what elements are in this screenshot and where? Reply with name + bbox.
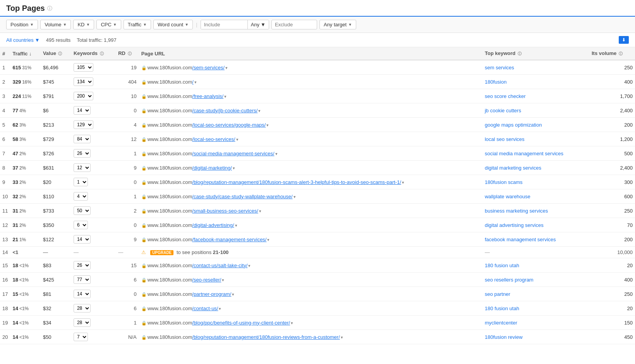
url-path-link[interactable]: /free-analysis/: [192, 93, 223, 99]
kw-select[interactable]: 84: [74, 135, 91, 143]
url-path-link[interactable]: /digital-advertising/: [192, 222, 234, 228]
kw-select[interactable]: 134: [74, 77, 93, 86]
url-caret-icon[interactable]: ▾: [275, 151, 278, 156]
url-path-link[interactable]: /case-study/case-study-wallplate-warehou…: [192, 194, 292, 199]
url-caret-icon[interactable]: ▾: [259, 209, 261, 213]
url-path-link[interactable]: /case-study/jb-cookie-cutters/: [192, 108, 257, 113]
row-keyword[interactable]: myclientcenter: [482, 316, 589, 330]
traffic-filter-btn[interactable]: Traffic ▼: [124, 20, 151, 29]
url-caret-icon[interactable]: ▾: [236, 137, 239, 142]
row-keyword[interactable]: business marketing services: [482, 204, 589, 218]
url-caret-icon[interactable]: ▾: [293, 194, 296, 199]
export-btn[interactable]: ⬇: [619, 36, 629, 44]
url-base: www.180fusion.com: [148, 179, 192, 185]
row-volume: 2,400: [589, 103, 635, 118]
col-traffic[interactable]: Traffic ↓: [10, 47, 40, 60]
url-caret-icon[interactable]: ▾: [219, 306, 221, 311]
row-keyword[interactable]: seo resellers program: [482, 273, 589, 287]
row-keyword[interactable]: jb cookie cutters: [482, 103, 589, 118]
row-keyword[interactable]: sem services: [482, 60, 589, 75]
position-filter-btn[interactable]: Position ▼: [6, 20, 38, 29]
url-path-link[interactable]: /blog/ppc/benefits-of-using-my-client-ce…: [192, 320, 290, 326]
kw-select[interactable]: 26: [74, 149, 91, 158]
any-target-btn[interactable]: Any target ▼: [319, 20, 356, 29]
url-caret-icon[interactable]: ▾: [232, 292, 234, 297]
row-keyword[interactable]: digital marketing services: [482, 161, 589, 175]
word-count-filter-btn[interactable]: Word count ▼: [153, 20, 193, 29]
upgrade-badge[interactable]: UPGRADE: [150, 250, 173, 255]
url-caret-icon[interactable]: ▾: [341, 335, 343, 340]
url-caret-icon[interactable]: ▾: [233, 166, 235, 170]
row-keyword[interactable]: 180 fusion utah: [482, 301, 589, 316]
url-caret-icon[interactable]: ▾: [267, 237, 269, 242]
row-keyword[interactable]: 180fusion review: [482, 330, 589, 344]
url-caret-icon[interactable]: ▾: [224, 94, 227, 99]
kw-select[interactable]: 14: [74, 235, 91, 244]
url-caret-icon[interactable]: ▾: [222, 278, 224, 282]
url-path-link[interactable]: /facebook-management-services/: [192, 237, 266, 242]
url-caret-icon[interactable]: ▾: [291, 321, 293, 325]
include-input[interactable]: [201, 20, 247, 29]
kw-select[interactable]: 14: [74, 290, 91, 298]
row-keyword[interactable]: wallplate warehouse: [482, 189, 589, 204]
any-dropdown-btn[interactable]: Any ▼: [247, 20, 269, 29]
col-num[interactable]: #: [0, 47, 10, 60]
row-keyword[interactable]: 180fusion scams: [482, 175, 589, 189]
url-path-link[interactable]: /partner-program/: [192, 291, 231, 297]
row-value: $50: [41, 330, 71, 344]
exclude-input[interactable]: [275, 22, 314, 27]
kw-select[interactable]: 7: [74, 333, 88, 341]
url-path-link[interactable]: /contact-us/salt-lake-city/: [192, 263, 247, 268]
col-value[interactable]: Value ⓘ: [41, 47, 71, 60]
url-path-link[interactable]: /contact-us/: [192, 306, 218, 311]
row-keyword[interactable]: facebook management services: [482, 232, 589, 247]
url-caret-icon[interactable]: ▾: [402, 180, 404, 185]
cpc-filter-btn[interactable]: CPC ▼: [96, 20, 121, 29]
kw-select[interactable]: 105: [74, 63, 93, 72]
info-icon[interactable]: ⓘ: [47, 5, 52, 12]
url-path-link[interactable]: /blog/reputation-management/180fusion-sc…: [192, 179, 401, 185]
kw-select[interactable]: 14: [74, 106, 91, 115]
url-path-link[interactable]: /local-seo-services/google-maps/: [192, 122, 266, 128]
url-caret-icon[interactable]: ▾: [194, 80, 197, 84]
kw-select[interactable]: 26: [74, 261, 91, 270]
row-keyword[interactable]: 180fusion: [482, 75, 589, 89]
volume-filter-btn[interactable]: Volume ▼: [40, 20, 71, 29]
row-keyword[interactable]: seo score checker: [482, 89, 589, 103]
col-keywords[interactable]: Keywords ⓘ: [71, 47, 116, 60]
row-keyword[interactable]: 180 fusion utah: [482, 258, 589, 273]
url-caret-icon[interactable]: ▾: [258, 108, 261, 113]
kw-select[interactable]: 6: [74, 221, 88, 229]
col-rd[interactable]: RD ⓘ: [116, 47, 139, 60]
kw-select[interactable]: 50: [74, 206, 91, 215]
url-caret-icon[interactable]: ▾: [266, 123, 269, 127]
url-path-link[interactable]: /blog/reputation-management/180fusion-re…: [192, 334, 340, 340]
kw-select[interactable]: 12: [74, 163, 91, 172]
url-path-link[interactable]: /seo-reseller/: [192, 277, 221, 283]
kw-select[interactable]: 129: [74, 120, 93, 129]
kw-select[interactable]: 4: [74, 192, 88, 201]
url-path-link[interactable]: /local-seo-services/: [192, 136, 235, 142]
url-path-link[interactable]: /sem-services/: [192, 65, 225, 70]
col-volume[interactable]: Its volume ⓘ: [589, 47, 635, 60]
row-keyword[interactable]: seo partner: [482, 287, 589, 301]
row-keyword[interactable]: social media management services: [482, 146, 589, 161]
all-countries-link[interactable]: All countries ▼: [6, 37, 40, 43]
kd-filter-btn[interactable]: KD ▼: [73, 20, 94, 29]
url-path-link[interactable]: /small-business-seo-services/: [192, 208, 258, 214]
kw-select[interactable]: 28: [74, 304, 91, 312]
row-keyword[interactable]: local seo services: [482, 132, 589, 146]
url-path-link[interactable]: /digital-marketing/: [192, 165, 232, 171]
kw-select[interactable]: 77: [74, 275, 91, 284]
kw-select[interactable]: 200: [74, 92, 93, 100]
kw-select[interactable]: 1: [74, 178, 88, 186]
url-path-link[interactable]: /: [192, 79, 194, 85]
url-caret-icon[interactable]: ▾: [225, 65, 228, 70]
row-keyword[interactable]: digital advertising services: [482, 218, 589, 232]
url-path-link[interactable]: /social-media-management-services/: [192, 151, 274, 156]
col-top-keyword[interactable]: Top keyword ⓘ: [482, 47, 589, 60]
row-keyword[interactable]: google maps optimization: [482, 118, 589, 132]
url-caret-icon[interactable]: ▾: [235, 223, 237, 228]
url-caret-icon[interactable]: ▾: [248, 263, 251, 268]
kw-select[interactable]: 28: [74, 318, 91, 327]
